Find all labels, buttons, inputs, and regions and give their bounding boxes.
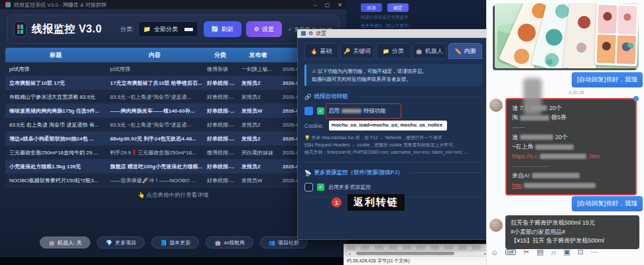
tab-basic[interactable]: 🔥基础 — [304, 43, 338, 59]
settings-button[interactable]: ⚙ 设置 — [246, 21, 282, 37]
product-image[interactable] — [495, 3, 639, 68]
dialog-app-icon — [301, 31, 306, 36]
emoji-icon[interactable]: ☺ — [491, 248, 498, 256]
table-row[interactable]: 83.5元 右上角进 淘金币 进足迹拍 有...83.5元 ~右上角进“淘金币”… — [5, 118, 341, 132]
table-row[interactable]: 增达x线条小狗柔韧软抽90抽24包 ...88vip30.92元 到手24包无敌… — [5, 132, 341, 146]
table-cell: 微博杂谈 — [203, 62, 237, 76]
censored-blur — [520, 134, 553, 140]
table-row[interactable]: 立布爽船袜了10双 17元17元立布爽船袜了共10双 给季铿后石...好单线报-… — [5, 76, 341, 90]
image-icon[interactable]: ▣ — [563, 248, 570, 256]
table-cell: 三元极致全脂250ml*16盒纯牛奶 29.... — [5, 146, 106, 159]
background-window-lines: 根据分类名监控变更提示相关关键词（默认不显示） — [346, 15, 487, 29]
table-row[interactable]: 三元极致全脂250ml*16盒纯牛奶 29....到手29.9❗三元极致全脂25… — [5, 146, 341, 160]
table-row[interactable]: 小壳速保处方猫粮1.5kg 139元旗舰店 赠送吃100g小壳速保处方猫粮...… — [5, 160, 341, 174]
deal-line: ~右上角 — [512, 142, 630, 152]
maximize-button[interactable]: ▢ — [325, 2, 330, 8]
version-update-button[interactable]: 📘版本更新 — [151, 237, 199, 248]
screenshot-icon[interactable]: ✂ — [523, 248, 529, 256]
table-cell: 发报员W — [237, 174, 279, 187]
warning-icon: ⚠ — [312, 68, 316, 74]
keywords-tab-icon: 🔑 — [344, 48, 350, 54]
table-cell: 增达x线条小狗柔韧软抽90抽24包 ... — [5, 132, 106, 145]
pin-icon — [633, 96, 639, 101]
tab-label: 机器人 — [425, 47, 443, 56]
ai-bureau-icon: 🤖 — [214, 240, 221, 246]
basic-tab-icon: 🔥 — [311, 48, 318, 54]
scrollbar-thumb[interactable] — [356, 252, 454, 255]
cookie-label: Cookie: — [304, 123, 324, 129]
table-cell: 发报员Z — [237, 76, 279, 89]
table-cell: 到手29.9❗三元极致全脂250ml*16... — [106, 146, 203, 159]
robot-tab-icon: 🤖 — [416, 48, 422, 54]
deal-line: 速20个 — [512, 132, 630, 142]
more-icon[interactable]: ⋯ — [591, 248, 598, 256]
avatar[interactable] — [489, 219, 503, 232]
desktop-strip — [0, 257, 346, 265]
minimize-button[interactable]: – — [314, 2, 316, 8]
avatar[interactable] — [489, 99, 503, 112]
close-button[interactable]: ✕ — [338, 2, 342, 8]
voice-icon[interactable]: ∩ — [551, 248, 556, 256]
table-cell: 好单线报-... — [203, 174, 237, 187]
tip-line: 💡 登录 new.xianbao.fun 后，按 F12 → Network，随… — [304, 134, 482, 142]
cookie-row: Cookie: mochu_us_load=mochu_us; mochu_us… — [304, 121, 482, 131]
scroll-left-icon[interactable]: ◂ — [348, 251, 350, 256]
table-row[interactable]: NOOBO氨糖软骨素钙片150粒*2瓶3...——营养保健🚀冲！——NOOBO … — [5, 174, 341, 187]
cookie-input[interactable]: mochu_us_load=mochu_us; mochu_us_notice — [329, 121, 447, 131]
capture-window-icon[interactable]: ⊡ — [578, 248, 584, 256]
red-annotation-box — [326, 103, 401, 119]
tab-robot[interactable]: 🤖机器人 — [413, 43, 446, 59]
table-cell: ——营养保健🚀冲！——NOOBO ... — [106, 174, 203, 187]
app-logo-icon — [14, 21, 27, 37]
robot-toggle-label: 机器人: 关 — [58, 239, 82, 246]
refresh-button[interactable]: 🔄 刷新 — [204, 21, 241, 37]
table-cell: 发报员Z — [237, 132, 279, 145]
tab-keywords[interactable]: 🔑关键词 — [340, 43, 374, 59]
chat-window: [自动回复]你好，我现 0:30:28 速 7.720个淘领5券——速20个~右… — [486, 0, 644, 265]
ai-bureau-button[interactable]: 🤖AI领航局 — [206, 237, 253, 248]
refresh-icon: 🔄 — [212, 26, 219, 32]
column-header: 标题 — [5, 51, 106, 60]
censored-blur — [535, 144, 574, 150]
tab-category[interactable]: 📁分类 — [376, 43, 410, 59]
antenna-icon: 📡 — [304, 170, 312, 176]
table-cell: jd试用弹 — [5, 62, 106, 76]
main-titlebar: 线报监控系统 V3.0 - 网赚库 & 对接群聊 – ▢ ✕ — [0, 0, 348, 9]
product-message-bubble: 拉芳鱼子酱膏护发梳500ml 15元#小卖部の家居用品#【¥15】拉芳 鱼子酱膏… — [505, 215, 639, 249]
file-icon[interactable]: ▤ — [537, 248, 543, 256]
gear-icon: ⚙ — [254, 26, 259, 32]
add-button[interactable]: 添加 — [361, 3, 382, 12]
tab-beta[interactable]: ✏️内测 — [448, 43, 482, 59]
chat-toolbar: ☺GIF✂▤∩▣⊡⋯ — [491, 248, 598, 256]
gif-icon[interactable]: GIF — [505, 249, 516, 255]
app-icon — [5, 2, 11, 7]
deal-line: -------------- — [512, 162, 630, 172]
table-row[interactable]: jd试用弹jd试用弹微博杂谈一剑陕上敏...2026-04-22 21:2 — [5, 62, 341, 76]
horizontal-scrollbar[interactable]: ◂ ▸ — [346, 250, 488, 256]
table-row[interactable]: 布根姆山宁参冰洁大豆宽凉裤 83.5元83.5元 ~右上角进“淘金币”进足迹..… — [5, 90, 341, 104]
category-label: 分类: — [121, 25, 135, 34]
category-select[interactable]: 📁 全部分类 — [138, 21, 198, 37]
background-text: 相关关键词（默认不显示） — [361, 23, 487, 29]
resource-checkbox[interactable] — [304, 183, 313, 191]
table-cell: NOOBO氨糖软骨素钙片150粒*2瓶3... — [5, 174, 106, 187]
robot-toggle-button[interactable]: 🤖机器人: 关 — [40, 237, 90, 248]
divider — [304, 162, 482, 162]
category-value: 全部分类 — [154, 25, 178, 34]
table-cell: 发报员Z — [237, 90, 279, 103]
more-projects-button[interactable]: 💎更多项目 — [97, 237, 145, 248]
annotation-label: 1 返利转链 — [332, 194, 405, 211]
table-row[interactable]: 锋味派黑猪肉烤肉烤肠175g 任选5件...——烤肉烤肠发车——领140-60补… — [5, 104, 341, 118]
tab-label: 分类 — [392, 47, 404, 56]
blue-toggle[interactable] — [304, 107, 313, 115]
main-window: 线报监控系统 V3.0 - 网赚库 & 对接群聊 – ▢ ✕ 线报监控 V3.0… — [0, 0, 348, 257]
robot-toggle-icon: 🤖 — [48, 240, 55, 246]
tab-label: 内测 — [464, 47, 476, 56]
table-cell: 83.5元 右上角进 淘金币 进足迹拍 有... — [5, 118, 106, 131]
version-update-label: 版本更新 — [169, 239, 190, 246]
column-header: 发布者 — [237, 51, 279, 60]
enable-link-checkbox[interactable]: ✓ — [317, 107, 324, 115]
confirm-button[interactable]: 确定 — [387, 3, 409, 12]
check-icon: ✓ — [288, 26, 292, 32]
footer-toolbar: 🤖机器人: 关💎更多项目📘版本更新🤖AI领航局👥项目社群 — [0, 237, 348, 248]
